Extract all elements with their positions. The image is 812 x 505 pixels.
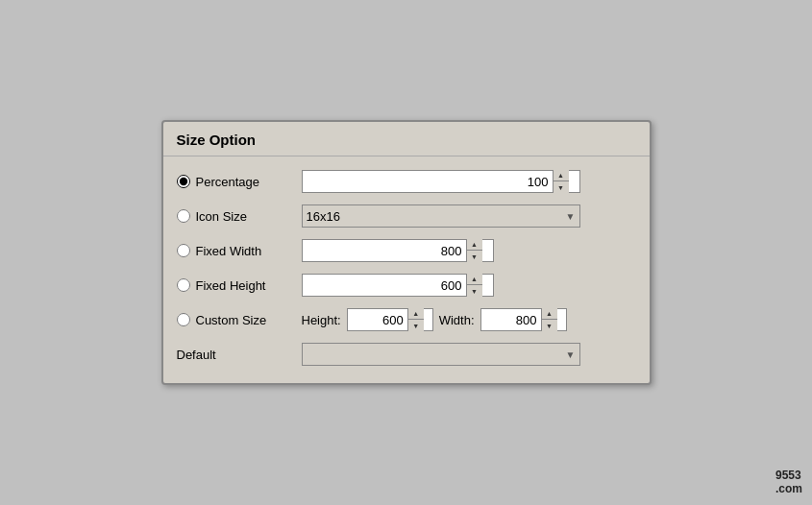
custom-width-spin-buttons: ▲ ▼ [541, 308, 557, 331]
fixed-height-radio[interactable] [177, 278, 190, 292]
percentage-label: Percentage [196, 175, 260, 189]
custom-size-row: Custom Size Height: ▲ ▼ Width: ▲ ▼ [177, 302, 636, 337]
percentage-radio-label[interactable]: Percentage [177, 175, 302, 189]
icon-size-row: Icon Size 16x16 32x32 48x48 64x64 ▼ [177, 199, 636, 233]
fixed-width-label: Fixed Width [196, 244, 262, 258]
custom-width-spin-down[interactable]: ▼ [542, 320, 557, 331]
fixed-height-spin-buttons: ▲ ▼ [466, 274, 482, 297]
fixed-height-input[interactable] [303, 275, 466, 296]
fixed-height-spin-up[interactable]: ▲ [467, 274, 482, 285]
fixed-height-label: Fixed Height [196, 278, 266, 293]
fixed-height-radio-label[interactable]: Fixed Height [177, 278, 302, 293]
fixed-width-radio[interactable] [177, 244, 190, 257]
height-label: Height: [302, 313, 341, 327]
custom-width-spinbox: ▲ ▼ [480, 308, 567, 331]
percentage-spinbox: ▲ ▼ [302, 170, 580, 193]
custom-size-radio-label[interactable]: Custom Size [177, 313, 302, 327]
fixed-width-spin-down[interactable]: ▼ [467, 251, 482, 262]
icon-size-radio-label[interactable]: Icon Size [177, 209, 302, 224]
default-select[interactable]: Option1 Option2 [307, 348, 566, 362]
default-label: Default [177, 348, 290, 362]
custom-height-spin-down[interactable]: ▼ [408, 320, 424, 331]
percentage-spin-buttons: ▲ ▼ [553, 170, 569, 193]
icon-size-dropdown-arrow: ▼ [566, 211, 576, 222]
fixed-width-spin-up[interactable]: ▲ [467, 239, 482, 251]
fixed-height-spinbox: ▲ ▼ [302, 274, 494, 297]
custom-height-spinbox: ▲ ▼ [347, 308, 433, 331]
fixed-width-row: Fixed Width ▲ ▼ [177, 233, 636, 268]
size-option-panel: Size Option Percentage ▲ ▼ Icon Size [161, 120, 652, 385]
percentage-radio[interactable] [177, 175, 190, 188]
fixed-width-input[interactable] [303, 240, 466, 261]
percentage-input[interactable] [303, 171, 553, 192]
fixed-width-radio-label[interactable]: Fixed Width [177, 244, 302, 258]
default-dropdown-arrow: ▼ [566, 349, 576, 360]
width-label: Width: [439, 313, 475, 327]
percentage-spin-up[interactable]: ▲ [554, 170, 569, 181]
percentage-spin-down[interactable]: ▼ [554, 181, 569, 193]
icon-size-label: Icon Size [196, 209, 247, 224]
custom-height-spin-up[interactable]: ▲ [408, 308, 424, 320]
icon-size-radio[interactable] [177, 209, 190, 223]
panel-title: Size Option [163, 122, 650, 156]
watermark: 9553.com [775, 469, 802, 495]
watermark-text: 9553.com [775, 469, 802, 495]
custom-width-input[interactable] [481, 309, 541, 330]
custom-width-spin-up[interactable]: ▲ [542, 308, 557, 320]
custom-size-label: Custom Size [196, 313, 267, 327]
panel-body: Percentage ▲ ▼ Icon Size 16x16 32x32 48 [163, 156, 650, 383]
custom-height-spin-buttons: ▲ ▼ [407, 308, 424, 331]
custom-size-controls: Height: ▲ ▼ Width: ▲ ▼ [302, 308, 567, 331]
fixed-width-spinbox: ▲ ▼ [302, 239, 494, 262]
fixed-width-spin-buttons: ▲ ▼ [466, 239, 482, 262]
fixed-height-spin-down[interactable]: ▼ [467, 285, 482, 297]
icon-size-dropdown[interactable]: 16x16 32x32 48x48 64x64 ▼ [302, 204, 580, 228]
fixed-height-row: Fixed Height ▲ ▼ [177, 268, 636, 302]
custom-size-radio[interactable] [177, 313, 190, 326]
custom-height-input[interactable] [348, 309, 407, 330]
icon-size-select[interactable]: 16x16 32x32 48x48 64x64 [307, 209, 566, 224]
percentage-row: Percentage ▲ ▼ [177, 164, 636, 199]
default-row: Default Option1 Option2 ▼ [177, 337, 636, 372]
default-dropdown[interactable]: Option1 Option2 ▼ [302, 343, 580, 366]
